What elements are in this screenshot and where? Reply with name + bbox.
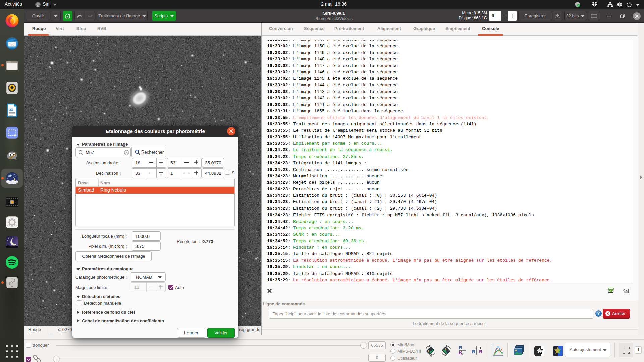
svg-text:R: R — [479, 349, 482, 354]
svg-text:R: R — [472, 349, 475, 354]
